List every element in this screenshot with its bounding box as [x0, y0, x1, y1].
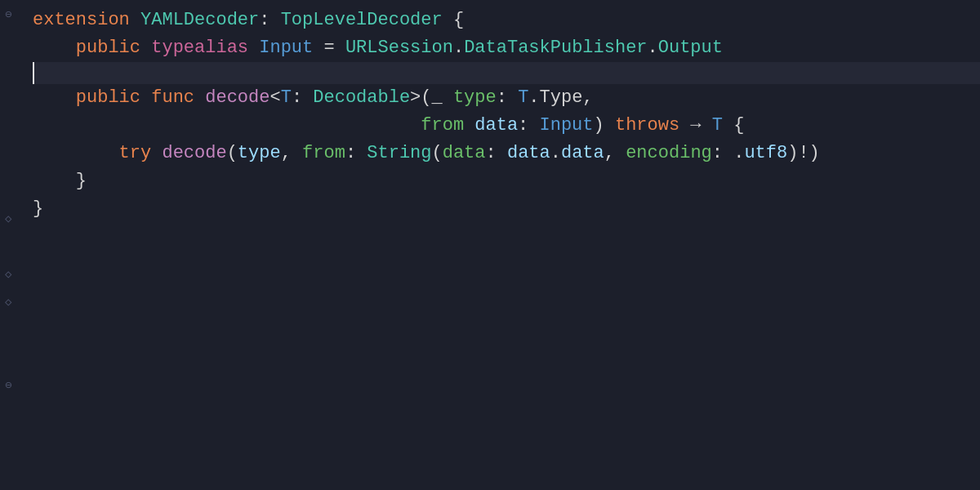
enum-utf8: utf8 — [744, 140, 787, 167]
indent-spaces-5 — [33, 112, 421, 140]
generic-t: T — [281, 84, 292, 112]
prop-data: data — [561, 140, 604, 167]
type-output: Output — [658, 34, 723, 62]
dot-2: . — [648, 34, 658, 62]
colon-dot: : . — [712, 140, 745, 167]
type-input: Input — [259, 34, 313, 62]
paren-open-3: ( — [432, 140, 443, 167]
brace-open-2: { — [723, 112, 744, 140]
closing-brace-inner: } — [33, 167, 87, 195]
keyword-extension: extension — [33, 7, 140, 34]
keyword-try: try — [33, 140, 162, 167]
paren-close: ) — [594, 112, 615, 140]
fold-icon-4[interactable]: ◇ — [5, 294, 11, 312]
text-cursor — [33, 62, 34, 83]
colon-4: : — [518, 112, 539, 140]
angle-close-paren: >(_ — [410, 84, 453, 112]
comma-2: , — [604, 140, 626, 167]
code-line-1: extension YAMLDecoder: TopLevelDecoder { — [33, 7, 980, 34]
code-line-6: try decode(type, from: String(data: data… — [33, 140, 980, 167]
paren-open-2: ( — [227, 140, 238, 167]
type-input-2: Input — [540, 112, 594, 140]
param-from-label: from — [421, 112, 474, 140]
dot-1: . — [453, 34, 464, 62]
code-line-5: from data: Input) throws → T { — [33, 112, 980, 140]
comma-1: , — [281, 140, 302, 167]
colon-5: : — [345, 140, 367, 167]
fold-icon-3[interactable]: ◇ — [5, 266, 11, 284]
fold-icon-1[interactable]: ⊖ — [5, 7, 11, 24]
angle-open: < — [270, 84, 280, 112]
func-decode: decode — [205, 84, 270, 112]
type-string: String — [367, 140, 431, 167]
label-encoding: encoding — [626, 140, 712, 167]
colon-1: : — [259, 7, 280, 34]
fold-icon-2[interactable]: ◇ — [5, 211, 11, 229]
close-parens-bang: )!) — [787, 140, 820, 167]
colon-6: : — [486, 140, 507, 167]
keyword-throws: throws — [615, 112, 679, 140]
keyword-public-2: public — [33, 84, 151, 112]
type-topleveldecoder: TopLevelDecoder — [281, 7, 443, 34]
code-line-3[interactable] — [33, 62, 980, 83]
code-line-2: public typealias Input = URLSession.Data… — [33, 34, 980, 62]
keyword-func: func — [151, 84, 205, 112]
gutter: ⊖ ◇ ◇ ◇ ⊖ — [0, 0, 26, 490]
param-data-name: data — [474, 112, 518, 140]
brace-open-1: { — [443, 7, 464, 34]
type-decodable: Decodable — [313, 84, 410, 112]
code-line-4: public func decode<T: Decodable>(_ type:… — [33, 84, 980, 112]
keyword-typealias: typealias — [151, 34, 259, 62]
label-data: data — [443, 140, 486, 167]
arg-type: type — [238, 140, 281, 167]
fold-icon-5[interactable]: ⊖ — [5, 377, 11, 395]
code-line-8: } — [33, 195, 980, 223]
return-t: T — [712, 112, 723, 140]
code-editor[interactable]: extension YAMLDecoder: TopLevelDecoder {… — [26, 0, 980, 490]
type-yamldecoder: YAMLDecoder — [140, 7, 259, 34]
dottype: .Type, — [528, 84, 593, 112]
colon-2: : — [292, 84, 313, 112]
colon-3: : — [497, 84, 518, 112]
var-data: data — [507, 140, 550, 167]
code-line-7: } — [33, 167, 980, 195]
param-type-label: type — [453, 84, 497, 112]
equals-1: = — [313, 34, 345, 62]
type-datataskpublisher: DataTaskPublisher — [464, 34, 647, 62]
type-t: T — [518, 84, 528, 112]
label-from: from — [302, 140, 345, 167]
dot-3: . — [550, 140, 561, 167]
func-decode-2: decode — [162, 140, 226, 167]
type-urlsession: URLSession — [345, 34, 453, 62]
arrow: → — [679, 112, 712, 140]
closing-brace-outer: } — [33, 195, 43, 223]
keyword-public-1: public — [33, 34, 151, 62]
